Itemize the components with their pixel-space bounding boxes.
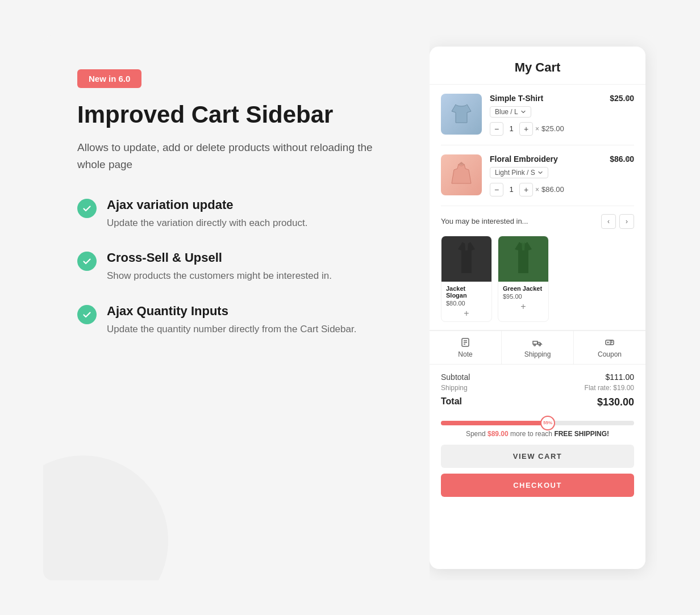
subtotal-value: $111.00 <box>605 373 634 382</box>
feature-ajax-quantity: Ajax Quantity Inputs Update the quantity… <box>77 304 401 337</box>
cross-sell-2-price: $95.00 <box>503 293 544 300</box>
cross-sell-next[interactable]: › <box>619 214 634 229</box>
progress-bar-wrap: 55% <box>441 421 634 425</box>
item-2-qty-row: − + × $86.00 <box>490 183 610 196</box>
tab-shipping-label: Shipping <box>524 350 551 358</box>
progress-badge: 55% <box>540 416 555 430</box>
feature-cross-sell: Cross-Sell & Upsell Show products the cu… <box>77 250 401 283</box>
feature-3-content: Ajax Quantity Inputs Update the quantity… <box>107 304 356 337</box>
progress-section: 55% Spend $89.00 more to reach FREE SHIP… <box>430 421 645 445</box>
feature-1-content: Ajax variation update Update the variati… <box>107 198 307 231</box>
item-2-details: Floral Embroidery Light Pink / S − + × $… <box>490 154 610 196</box>
item-2-qty-input[interactable] <box>503 185 519 194</box>
view-cart-button[interactable]: VIEW CART <box>441 445 634 468</box>
feature-2-content: Cross-Sell & Upsell Show products the cu… <box>107 250 332 283</box>
cart-buttons: VIEW CART CHECKOUT <box>430 445 645 508</box>
cart-totals: Subtotal $111.00 Shipping Flat rate: $19… <box>430 365 645 421</box>
new-badge: New in 6.0 <box>77 69 141 88</box>
cross-sell-1-image <box>441 236 491 282</box>
shipping-label: Shipping <box>441 384 468 392</box>
item-1-details: Simple T-Shirt Blue / L − + × $25.00 <box>490 94 610 136</box>
left-panel: New in 6.0 Improved Cart Sidebar Allows … <box>43 35 430 580</box>
main-description: Allows to update, add or delete products… <box>77 139 401 174</box>
cart-sidebar: My Cart Simple T-Shirt Blue / L − <box>430 47 645 569</box>
item-1-image <box>441 94 482 135</box>
cart-item-1: Simple T-Shirt Blue / L − + × $25.00 $25… <box>441 85 634 145</box>
check-icon-3 <box>77 305 97 324</box>
cross-sell-nav: ‹ › <box>601 214 634 229</box>
cart-tabs: Note Shipping Coupon <box>430 330 645 365</box>
progress-goal: FREE SHIPPING! <box>554 430 609 438</box>
item-1-qty-input[interactable] <box>503 124 519 133</box>
cross-sell-2-add[interactable]: + <box>503 302 544 311</box>
feature-2-title: Cross-Sell & Upsell <box>107 250 332 265</box>
feature-1-title: Ajax variation update <box>107 198 307 212</box>
item-1-name: Simple T-Shirt <box>490 94 610 103</box>
cross-sell-items: Jacket Slogan $80.00 + Green Jacket <box>441 236 634 322</box>
checkout-button[interactable]: CHECKOUT <box>441 474 634 497</box>
item-2-remove[interactable]: ✕ <box>623 153 634 165</box>
svg-point-7 <box>607 341 609 343</box>
svg-point-4 <box>534 344 536 346</box>
feature-3-desc: Update the quantity number directly from… <box>107 322 356 337</box>
progress-amount: $89.00 <box>488 430 509 438</box>
check-icon-1 <box>77 199 97 218</box>
feature-1-desc: Update the variation directly with each … <box>107 216 307 231</box>
progress-bar-fill: 55% <box>441 421 547 425</box>
cross-sell-1-price: $80.00 <box>446 300 487 307</box>
item-2-variant[interactable]: Light Pink / S <box>490 167 548 178</box>
shipping-value: Flat rate: $19.00 <box>585 384 634 392</box>
tab-note-label: Note <box>458 350 472 358</box>
cross-sell-1-info: Jacket Slogan $80.00 + <box>441 282 491 321</box>
cross-sell-header: You may be interested in... ‹ › <box>441 214 634 229</box>
decorative-circle <box>43 455 168 580</box>
cross-sell-2-image <box>498 236 548 282</box>
feature-3-title: Ajax Quantity Inputs <box>107 304 356 319</box>
svg-point-5 <box>539 344 541 346</box>
cross-sell-2-name: Green Jacket <box>503 285 544 292</box>
item-2-times: × <box>535 186 539 194</box>
item-2-image <box>441 154 482 195</box>
cart-title: My Cart <box>430 47 645 85</box>
cross-sell-section: You may be interested in... ‹ › Jacket <box>430 206 645 330</box>
cross-sell-prev[interactable]: ‹ <box>601 214 616 229</box>
cart-items-list: Simple T-Shirt Blue / L − + × $25.00 $25… <box>430 85 645 206</box>
item-2-name: Floral Embroidery <box>490 154 610 164</box>
item-1-unit-price: $25.00 <box>541 124 564 133</box>
feature-ajax-variation: Ajax variation update Update the variati… <box>77 198 401 231</box>
progress-pre: Spend <box>466 430 488 438</box>
feature-2-desc: Show products the customers might be int… <box>107 269 332 283</box>
total-row: Total $130.00 <box>441 396 634 408</box>
item-2-increase[interactable]: + <box>519 183 533 196</box>
shipping-row: Shipping Flat rate: $19.00 <box>441 384 634 392</box>
cart-item-2: Floral Embroidery Light Pink / S − + × $… <box>441 145 634 206</box>
tab-coupon-label: Coupon <box>598 350 622 358</box>
tab-shipping[interactable]: Shipping <box>502 331 574 364</box>
check-icon-2 <box>77 252 97 271</box>
subtotal-label: Subtotal <box>441 373 470 382</box>
cross-sell-2-info: Green Jacket $95.00 + <box>498 282 548 315</box>
item-1-increase[interactable]: + <box>519 122 533 136</box>
progress-text: Spend $89.00 more to reach FREE SHIPPING… <box>441 430 634 438</box>
item-1-qty-row: − + × $25.00 <box>490 122 610 136</box>
total-value: $130.00 <box>597 396 634 408</box>
tab-note[interactable]: Note <box>430 331 502 364</box>
item-1-times: × <box>535 125 539 133</box>
subtotal-row: Subtotal $111.00 <box>441 373 634 382</box>
total-label: Total <box>441 396 462 408</box>
item-2-unit-price: $86.00 <box>541 185 564 194</box>
item-1-remove[interactable]: ✕ <box>623 93 634 104</box>
cross-sell-1-name: Jacket Slogan <box>446 285 487 299</box>
main-title: Improved Cart Sidebar <box>77 101 401 129</box>
tab-coupon[interactable]: Coupon <box>574 331 645 364</box>
cross-sell-item-2: Green Jacket $95.00 + <box>498 236 549 322</box>
item-1-variant[interactable]: Blue / L <box>490 106 531 118</box>
cross-sell-item-1: Jacket Slogan $80.00 + <box>441 236 492 322</box>
item-2-decrease[interactable]: − <box>490 183 503 196</box>
item-1-decrease[interactable]: − <box>490 122 503 136</box>
progress-post: more to reach <box>509 430 555 438</box>
cross-sell-title: You may be interested in... <box>441 217 528 225</box>
cross-sell-1-add[interactable]: + <box>446 309 487 318</box>
page-container: New in 6.0 Improved Cart Sidebar Allows … <box>43 35 657 580</box>
